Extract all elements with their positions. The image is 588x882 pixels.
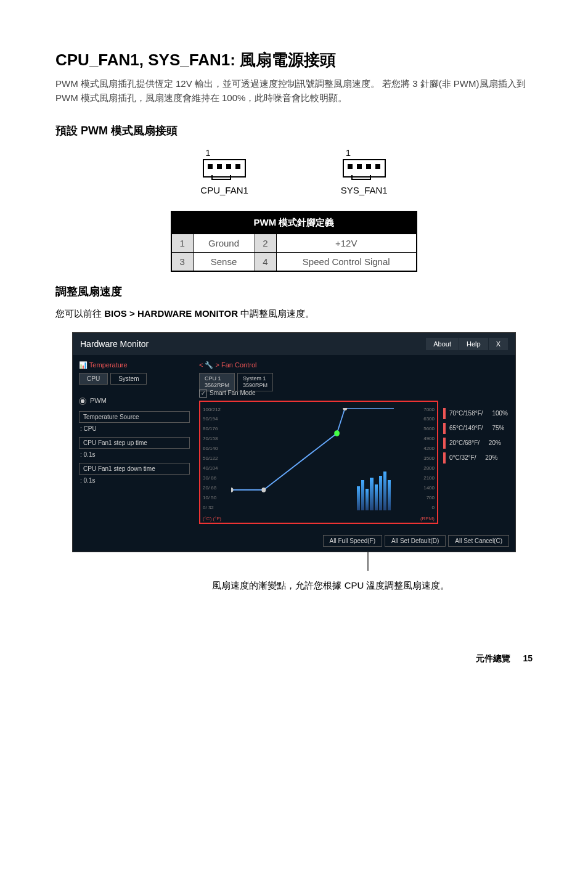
- table-header: PWM 模式針腳定義: [171, 211, 417, 234]
- help-button[interactable]: Help: [459, 338, 488, 350]
- step-down-field[interactable]: CPU Fan1 step down time: [79, 463, 190, 475]
- connector-icon: [343, 159, 386, 178]
- tab-cpu[interactable]: CPU: [79, 373, 108, 385]
- smart-fan-checkbox[interactable]: Smart Fan Mode: [199, 390, 255, 398]
- window-title: Hardware Monitor: [80, 339, 149, 349]
- bios-screenshot: Hardware Monitor About Help X 📊 Temperat…: [72, 332, 516, 552]
- tab-cpu1-rpm[interactable]: CPU 13562RPM: [199, 373, 235, 391]
- chart-y-axis: 100/21290/19480/17670/15860/14050/12240/…: [203, 407, 221, 510]
- connector-label: SYS_FAN1: [341, 185, 388, 195]
- page-title: CPU_FAN1, SYS_FAN1: 風扇電源接頭: [55, 49, 533, 71]
- callout-line: [367, 552, 369, 571]
- x-axis-label: (°C) (°F): [203, 516, 221, 521]
- screenshot-caption: 風扇速度的漸變點，允許您根據 CPU 溫度調整風扇速度。: [55, 580, 533, 592]
- all-set-default-button[interactable]: All Set Default(D): [385, 535, 446, 547]
- tab-system[interactable]: System: [110, 373, 147, 385]
- all-full-speed-button[interactable]: All Full Speed(F): [323, 535, 382, 547]
- page-footer: 元件總覽 15: [55, 653, 533, 664]
- table-row: 1Ground 2+12V: [171, 234, 417, 253]
- fan-curve-chart[interactable]: 100/21290/19480/17670/15860/14050/12240/…: [199, 401, 438, 524]
- svg-point-2: [334, 430, 340, 436]
- close-button[interactable]: X: [489, 338, 508, 350]
- connector-sys-fan1: 1 SYS_FAN1: [341, 147, 388, 195]
- connector-diagrams: 1 CPU_FAN1 1 SYS_FAN1: [55, 147, 533, 195]
- table-row: 3Sense 4Speed Control Signal: [171, 253, 417, 272]
- connector-cpu-fan1: 1 CPU_FAN1: [200, 147, 248, 195]
- rpm-axis-label: (RPM): [420, 516, 435, 521]
- footer-section-title: 元件總覽: [476, 653, 510, 664]
- rpm-bars: [357, 467, 391, 510]
- pwm-radio[interactable]: PWM: [79, 397, 190, 405]
- pin1-label: 1: [205, 147, 248, 158]
- chart-legend: 70°C/158°F/ 100% 65°C/149°F/ 75% 20°C/68…: [443, 408, 508, 467]
- temp-source-value: : CPU: [80, 425, 190, 432]
- chart-rpm-axis: 7000630056004900420035002800210014007000: [423, 407, 435, 510]
- step-up-value: : 0.1s: [80, 451, 190, 458]
- all-set-cancel-button[interactable]: All Set Cancel(C): [448, 535, 509, 547]
- temperature-label: 📊 Temperature: [79, 361, 190, 369]
- section-default-pwm: 預設 PWM 模式風扇接頭: [55, 123, 533, 138]
- pin-definition-table: PWM 模式針腳定義 1Ground 2+12V 3Sense 4Speed C…: [171, 211, 417, 272]
- pin1-label: 1: [346, 147, 388, 158]
- description-text: PWM 模式風扇插孔提供恆定 12V 輸出，並可透過速度控制訊號調整風扇速度。 …: [55, 77, 533, 105]
- connector-label: CPU_FAN1: [200, 185, 248, 195]
- page-number: 15: [523, 653, 533, 664]
- section-adjust-speed: 調整風扇速度: [55, 284, 533, 299]
- about-button[interactable]: About: [426, 338, 459, 350]
- tab-system1-rpm[interactable]: System 13590RPM: [237, 373, 273, 391]
- svg-point-3: [343, 408, 347, 410]
- fan-control-label: < 🔧 > Fan Control: [199, 361, 509, 369]
- bios-path-text: 您可以前往 BIOS > HARDWARE MONITOR 中調整風扇速度。: [55, 308, 533, 320]
- svg-point-0: [231, 487, 234, 492]
- connector-icon: [203, 159, 246, 178]
- svg-point-1: [261, 487, 266, 492]
- step-up-field[interactable]: CPU Fan1 step up time: [79, 437, 190, 449]
- temp-source-field[interactable]: Temperature Source: [79, 411, 190, 423]
- step-down-value: : 0.1s: [80, 477, 190, 484]
